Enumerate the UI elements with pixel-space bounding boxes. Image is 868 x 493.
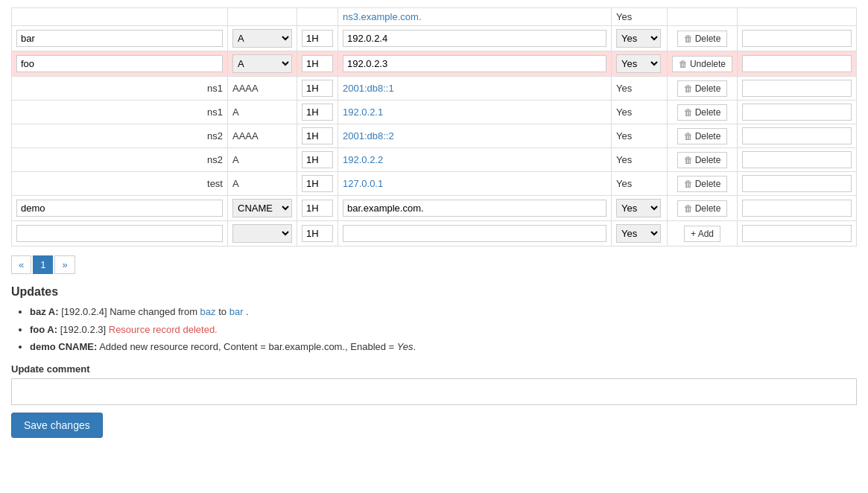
comment-input-row-bar[interactable] — [742, 30, 852, 47]
ttl-input-row-ns2-aaaa[interactable] — [302, 127, 333, 144]
content-input-row-new[interactable] — [343, 225, 606, 242]
comment-input-row-ns2-aaaa[interactable] — [742, 127, 852, 144]
enabled-text-row-ns2-aaaa: Yes — [611, 124, 667, 148]
undelete-button-row-foo[interactable]: 🗑Undelete — [672, 56, 732, 72]
type-select-row-new[interactable]: AAAAACNAMEMXNSPTRSOASRVTXT — [232, 224, 292, 243]
updates-title: Updates — [11, 285, 857, 299]
type-text-row-ns2-a: A — [228, 148, 297, 172]
content-text-row-ns2-a: 192.0.2.2 — [338, 148, 612, 172]
type-text-row-ns2-aaaa: AAAA — [228, 124, 297, 148]
update-baz-from: baz — [200, 306, 216, 317]
pagination: « 1 » — [11, 255, 857, 274]
content-input-row-bar[interactable] — [343, 30, 606, 47]
name-text-row-ns1-a: ns1 — [12, 101, 228, 124]
update-comment-input[interactable] — [11, 378, 857, 405]
ttl-input-row-ns1-a[interactable] — [302, 104, 333, 121]
comment-input-row-new[interactable] — [742, 225, 852, 242]
type-cell-header — [228, 8, 297, 26]
update-baz-prefix: baz A: — [30, 306, 59, 317]
delete-button-row-ns2-a[interactable]: 🗑Delete — [677, 152, 728, 168]
enabled-text-row-ns2-a: Yes — [611, 148, 667, 172]
records-table: ns3.example.com.YesAAAAACNAMEMXNSPTRSOAS… — [11, 7, 857, 246]
save-changes-button[interactable]: Save changes — [11, 413, 103, 438]
content-text-row-ns1-aaaa: 2001:db8::1 — [338, 77, 612, 101]
delete-button-row-ns1-aaaa[interactable]: 🗑Delete — [677, 80, 728, 97]
ttl-input-row-ns1-aaaa[interactable] — [302, 80, 333, 97]
delete-button-row-ns2-aaaa[interactable]: 🗑Delete — [677, 128, 728, 144]
next-page-button[interactable]: » — [54, 255, 75, 274]
delete-button-row-ns1-a[interactable]: 🗑Delete — [677, 104, 728, 121]
prev-page-button[interactable]: « — [11, 255, 31, 274]
enabled-text-row-ns1-a: Yes — [611, 101, 667, 124]
ttl-cell-header — [297, 8, 338, 26]
update-demo-middle: Added new resource record, Content = bar… — [99, 341, 416, 352]
name-text-row-ns2-a: ns2 — [12, 148, 228, 172]
comment-input-row-ns1-a[interactable] — [742, 104, 852, 121]
content-text-row-ns1-a: 192.0.2.1 — [338, 101, 612, 124]
update-comment-label: Update comment — [11, 363, 857, 375]
type-text-row-ns1-aaaa: AAAA — [228, 77, 297, 101]
name-text-row-ns1-aaaa: ns1 — [12, 77, 228, 101]
content-text-row-test: 127.0.0.1 — [338, 172, 612, 196]
add-button-row-new[interactable]: + Add — [684, 226, 720, 242]
update-foo-deleted: Resource record deleted. — [109, 324, 218, 335]
name-text-row-ns2-aaaa: ns2 — [12, 124, 228, 148]
update-foo-middle: [192.0.2.3] — [60, 324, 109, 335]
type-select-row-demo[interactable]: AAAAACNAMEMXNSPTRSOASRVTXT — [232, 199, 292, 217]
name-input-row-bar[interactable] — [16, 30, 223, 47]
main-container: ns3.example.com.YesAAAAACNAMEMXNSPTRSOAS… — [0, 0, 868, 453]
content-text-row-ns2-aaaa: 2001:db8::2 — [338, 124, 612, 148]
comment-input-row-ns2-a[interactable] — [742, 151, 852, 168]
ttl-input-row-ns2-a[interactable] — [302, 151, 333, 168]
update-foo-prefix: foo A: — [30, 324, 57, 335]
comment-input-row-demo[interactable] — [742, 200, 852, 217]
update-baz-to: bar — [229, 306, 244, 317]
ttl-input-row-bar[interactable] — [302, 30, 333, 47]
enabled-select-row-foo[interactable]: YesNo — [616, 54, 661, 73]
delete-button-row-test[interactable]: 🗑Delete — [677, 176, 728, 192]
delete-button-row-bar[interactable]: 🗑Delete — [677, 31, 728, 47]
delete-button-row-demo[interactable]: 🗑Delete — [677, 200, 728, 217]
new-record-name-input[interactable] — [16, 225, 223, 242]
type-select-row-foo[interactable]: AAAAACNAMEMXNSPTRSOASRVTXT — [232, 54, 292, 73]
enabled-cell-header: Yes — [611, 8, 667, 26]
enabled-text-row-ns1-aaaa: Yes — [611, 77, 667, 101]
update-baz-suffix: . — [246, 306, 249, 317]
enabled-select-row-new[interactable]: YesNo — [616, 224, 661, 243]
updates-section: Updates baz A: [192.0.2.4] Name changed … — [11, 285, 857, 438]
update-item-foo: foo A: [192.0.2.3] Resource record delet… — [30, 322, 857, 337]
update-item-baz: baz A: [192.0.2.4] Name changed from baz… — [30, 305, 857, 319]
content-cell-header: ns3.example.com. — [338, 8, 612, 26]
updates-list: baz A: [192.0.2.4] Name changed from baz… — [11, 305, 857, 354]
page-1-button[interactable]: 1 — [33, 255, 53, 274]
content-input-row-demo[interactable] — [343, 200, 606, 217]
name-input-row-foo[interactable] — [16, 55, 223, 72]
update-baz-connector: to — [218, 306, 229, 317]
action-cell-header — [667, 8, 737, 26]
comment-input-row-foo[interactable] — [742, 55, 852, 72]
ttl-input-row-test[interactable] — [302, 175, 333, 192]
name-cell-header — [12, 8, 228, 26]
ttl-input-row-foo[interactable] — [302, 55, 333, 72]
enabled-text-row-test: Yes — [611, 172, 667, 196]
update-baz-middle: [192.0.2.4] Name changed from — [61, 306, 200, 317]
ttl-input-row-demo[interactable] — [302, 200, 333, 217]
type-select-row-bar[interactable]: AAAAACNAMEMXNSPTRSOASRVTXT — [232, 29, 292, 48]
update-demo-prefix: demo CNAME: — [30, 341, 97, 352]
name-text-row-test: test — [12, 172, 228, 196]
type-text-row-ns1-a: A — [228, 101, 297, 124]
content-input-row-foo[interactable] — [343, 55, 606, 72]
name-input-row-demo[interactable] — [16, 200, 223, 217]
comment-cell-header — [738, 8, 857, 26]
update-item-demo: demo CNAME: Added new resource record, C… — [30, 340, 857, 354]
ttl-input-row-new[interactable] — [302, 225, 333, 242]
enabled-select-row-bar[interactable]: YesNo — [616, 29, 661, 48]
comment-input-row-test[interactable] — [742, 175, 852, 192]
enabled-select-row-demo[interactable]: YesNo — [616, 199, 661, 217]
type-text-row-test: A — [228, 172, 297, 196]
comment-input-row-ns1-aaaa[interactable] — [742, 80, 852, 97]
